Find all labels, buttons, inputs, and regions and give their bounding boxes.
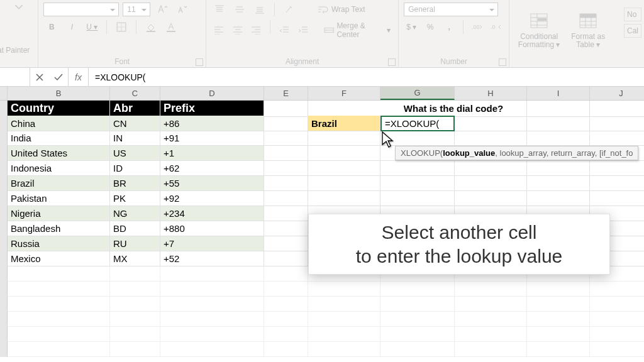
svg-rect-2	[167, 31, 175, 32]
col-header[interactable]	[0, 87, 8, 100]
increase-decimal-icon[interactable]: .00	[470, 20, 485, 34]
format-painter-label: at Painter	[0, 46, 30, 55]
col-header-selected[interactable]: G	[380, 87, 455, 100]
bold-button[interactable]: B	[43, 20, 60, 34]
name-box[interactable]	[0, 68, 30, 86]
table-row[interactable]: Indonesia ID +62	[0, 161, 644, 176]
conditional-formatting-button[interactable]: Conditional Formatting ▾	[514, 3, 564, 59]
col-header[interactable]: E	[264, 87, 308, 100]
table-header[interactable]: Prefix	[160, 101, 264, 117]
svg-rect-9	[580, 14, 596, 18]
align-top-icon[interactable]	[211, 3, 228, 16]
underline-button[interactable]: U ▾	[84, 20, 100, 34]
italic-button[interactable]: I	[64, 20, 80, 34]
cell-styles-fragment: No Cal	[621, 0, 644, 67]
decrease-decimal-icon[interactable]: .0	[489, 20, 504, 34]
comma-button[interactable]: ,	[441, 20, 457, 34]
col-header[interactable]: H	[455, 87, 527, 100]
clipboard-group: at Painter	[0, 0, 38, 67]
col-header[interactable]: D	[160, 87, 264, 100]
calculation-style[interactable]: Cal	[624, 24, 641, 38]
align-center-icon[interactable]	[230, 23, 245, 37]
svg-rect-1	[147, 31, 155, 32]
paste-dropdown-icon	[14, 3, 23, 11]
function-tooltip: XLOOKUP(lookup_value, lookup_array, retu…	[395, 146, 638, 160]
col-header[interactable]: B	[8, 87, 110, 100]
currency-button[interactable]: $ ▾	[404, 20, 419, 34]
alignment-group: Wrap Text Merge & Center ▾ Alignment	[206, 0, 399, 67]
table-header[interactable]: Abr	[110, 101, 160, 117]
lookup-label-cell[interactable]: Brazil	[308, 116, 380, 131]
decrease-indent-icon[interactable]	[277, 23, 292, 37]
callout-line: Select another cell	[323, 221, 596, 244]
fx-icon[interactable]: fx	[69, 68, 89, 86]
cancel-formula-button[interactable]	[30, 74, 49, 81]
enter-formula-button[interactable]	[49, 74, 68, 81]
orientation-icon[interactable]	[281, 3, 297, 16]
styles-group: Conditional Formatting ▾ Format as Table…	[509, 0, 621, 67]
font-name-dropdown[interactable]	[43, 3, 119, 16]
merge-center-button[interactable]: Merge & Center ▾	[321, 20, 393, 40]
font-color-button[interactable]	[163, 20, 179, 34]
increase-indent-icon[interactable]	[296, 23, 311, 37]
mouse-cursor-icon	[381, 131, 394, 147]
font-dialog-launcher[interactable]	[196, 58, 203, 66]
decrease-font-icon[interactable]	[174, 3, 191, 16]
borders-button[interactable]	[113, 20, 130, 34]
number-format-dropdown[interactable]: General	[404, 3, 498, 16]
alignment-dialog-launcher[interactable]	[388, 58, 396, 66]
svg-text:.00: .00	[472, 24, 480, 30]
question-cell-part[interactable]	[308, 101, 380, 117]
number-dialog-launcher[interactable]	[499, 58, 506, 66]
font-group-label: Font	[38, 57, 206, 66]
column-headers: B C D E F G H I J	[0, 87, 644, 101]
fill-color-button[interactable]	[143, 20, 159, 34]
percent-button[interactable]: %	[423, 20, 438, 34]
format-as-table-button[interactable]: Format as Table ▾	[564, 3, 613, 59]
font-size-dropdown[interactable]: 11	[123, 3, 150, 16]
col-header[interactable]: I	[527, 87, 590, 100]
formula-bar: fx =XLOOKUP(	[0, 68, 644, 87]
question-cell[interactable]: What is the dial code?	[380, 101, 527, 117]
number-group: General $ ▾ % , .00 .0 Number	[399, 0, 509, 67]
align-left-icon[interactable]	[211, 23, 226, 37]
table-row[interactable]: Brazil BR +55	[0, 176, 644, 191]
align-right-icon[interactable]	[249, 23, 264, 37]
editing-cell[interactable]: =XLOOKUP(	[380, 116, 455, 131]
font-group: 11 B I U ▾ Font	[38, 0, 206, 67]
col-header[interactable]: C	[110, 87, 160, 100]
align-middle-icon[interactable]	[231, 3, 248, 16]
table-row[interactable]: India IN +91	[0, 131, 644, 146]
instruction-callout: Select another cell to enter the lookup …	[308, 214, 610, 275]
formula-input[interactable]: =XLOOKUP(	[89, 68, 644, 86]
svg-rect-7	[538, 18, 547, 21]
table-header[interactable]: Country	[8, 101, 110, 117]
increase-font-icon[interactable]	[154, 3, 170, 16]
col-header[interactable]: J	[590, 87, 644, 100]
number-group-label: Number	[399, 57, 509, 66]
wrap-text-button[interactable]: Wrap Text	[315, 4, 368, 15]
col-header[interactable]: F	[308, 87, 380, 100]
align-bottom-icon[interactable]	[252, 3, 268, 16]
callout-line: to enter the lookup value	[323, 244, 596, 268]
ribbon: at Painter 11 B I U ▾	[0, 0, 644, 68]
alignment-group-label: Alignment	[206, 57, 398, 66]
table-row[interactable]: China CN +86 Brazil =XLOOKUP(	[0, 116, 644, 131]
normal-style[interactable]: No	[624, 8, 641, 21]
table-row[interactable]: Pakistan PK +92	[0, 191, 644, 206]
svg-text:.0: .0	[491, 24, 496, 30]
